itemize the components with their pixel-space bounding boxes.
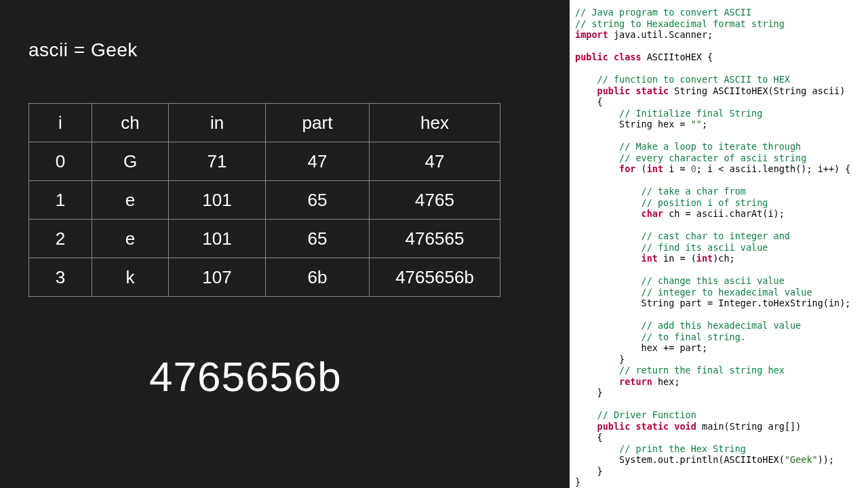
table-cell: 101 [169,220,266,258]
table-cell: 4765656b [370,258,500,297]
col-header-i: i [29,104,92,142]
table-cell: 65 [266,220,370,258]
code-line [575,309,864,321]
table-cell: 47 [266,142,370,181]
code-line: } [575,354,864,365]
result-output: 4765656b [149,352,342,401]
table-cell: G [92,142,169,181]
code-line: // Make a loop to iterate through [575,141,864,152]
code-line: int in = (int)ch; [575,253,864,264]
table-cell: 65 [266,181,370,220]
code-line: // function to convert ASCII to HEX [575,74,864,85]
table-cell: 0 [29,142,92,181]
code-line [575,220,864,231]
code-line: // to final string. [575,331,864,343]
code-line [575,264,864,276]
code-line: // Initialize final String [575,108,864,119]
table-row: 0G714747 [29,142,500,181]
table-cell: e [92,181,169,220]
table-row: 2e10165476565 [29,220,500,258]
table-cell: 476565 [370,220,500,258]
table-cell: 107 [169,258,266,297]
code-line: for (int i = 0; i < ascii.length(); i++)… [575,163,864,175]
table-cell: e [92,220,169,258]
code-line: public class ASCIItoHEX { [575,52,864,63]
code-line: public static String ASCIItoHEX(String a… [575,85,864,97]
col-header-hex: hex [370,104,500,142]
code-line [575,130,864,142]
code-line [575,175,864,186]
code-line: public static void main(String arg[]) [575,421,864,432]
code-line: // Java program to convert ASCII [575,7,864,18]
table-row: 3k1076b4765656b [29,258,500,297]
table-cell: 47 [370,142,500,181]
table-cell: 2 [29,220,92,258]
table-cell: 4765 [370,181,500,220]
col-header-ch: ch [92,104,169,142]
code-line: // cast char to integer and [575,230,864,242]
table-cell: 1 [29,181,92,220]
code-line [575,63,864,75]
input-title: ascii = Geek [28,39,138,61]
code-line: char ch = ascii.charAt(i); [575,208,864,220]
code-line: System.out.println(ASCIItoHEX("Geek")); [575,454,864,466]
code-line: { [575,96,864,108]
code-line: // Driver Function [575,409,864,421]
table-cell: 6b [266,258,370,297]
code-panel: // Java program to convert ASCII// strin… [570,0,868,488]
code-line: import java.util.Scanner; [575,29,864,41]
code-line: // print the Hex String [575,443,864,455]
code-line: // integer to hexadecimal value [575,287,864,298]
code-line: return hex; [575,376,864,388]
code-line: // every character of ascii string [575,152,864,164]
code-line: // find its ascii value [575,242,864,253]
code-line: // position i of string [575,197,864,209]
code-line: } [575,387,864,399]
table-row: 1e101654765 [29,181,500,220]
table-cell: 71 [169,142,266,181]
code-line: String part = Integer.toHexString(in); [575,298,864,309]
code-line: // add this hexadecimal value [575,320,864,331]
code-line: hex += part; [575,342,864,354]
code-line: // take a char from [575,186,864,197]
code-line [575,399,864,410]
code-line: } [575,476,864,488]
slide-stage: ascii = Geek ichinparthex0G7147471e10165… [0,0,868,488]
code-line: { [575,432,864,443]
col-header-part: part [266,104,370,142]
code-line: String hex = ""; [575,119,864,130]
table-cell: 3 [29,258,92,297]
code-line: } [575,466,864,477]
col-header-in: in [169,104,266,142]
table-cell: 101 [169,181,266,220]
code-line: // return the final string hex [575,365,864,376]
table-cell: k [92,258,169,297]
code-line: // change this ascii value [575,275,864,287]
trace-table: ichinparthex0G7147471e1016547652e1016547… [28,103,500,297]
code-line: // string to Hexadecimal format string [575,18,864,30]
trace-panel: ascii = Geek ichinparthex0G7147471e10165… [0,0,570,488]
code-line [575,41,864,52]
